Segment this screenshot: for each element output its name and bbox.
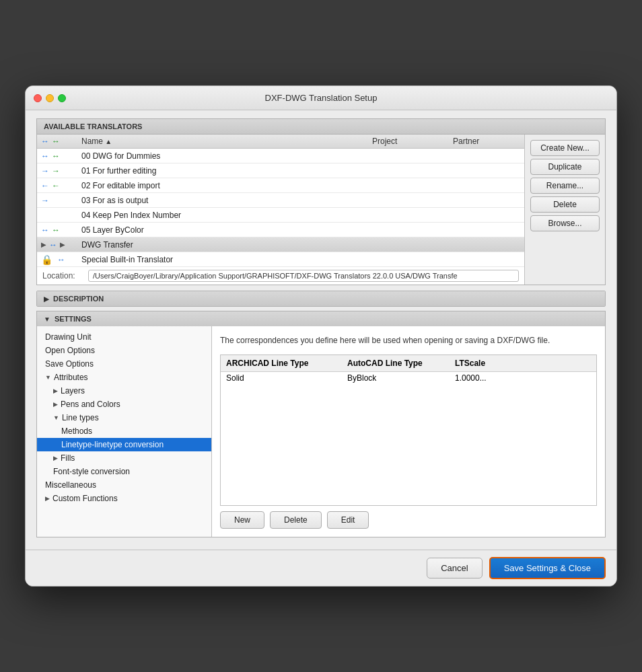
left-arrow-icon: ↔ — [41, 151, 49, 161]
create-new-button[interactable]: Create New... — [530, 140, 600, 156]
tree-item-miscellaneous[interactable]: Miscellaneous — [37, 478, 211, 492]
translators-list-area: ↔ ↔ Name ▲ Project Partner ↔ — [37, 135, 524, 285]
expand-icon[interactable]: ▶ — [41, 241, 46, 248]
translators-layout: ↔ ↔ Name ▲ Project Partner ↔ — [37, 135, 605, 285]
table-row[interactable]: 04 Keep Pen Index Number — [37, 208, 524, 223]
row-arrows: 🔒 ↔ — [41, 254, 81, 265]
table-row[interactable]: ↔ ↔ 00 DWG for Dummies — [37, 149, 524, 163]
translator-name: 01 For further editing — [81, 166, 520, 176]
footer: Cancel Save Settings & Close — [26, 550, 616, 586]
tree-label: Custom Functions — [52, 494, 118, 503]
tree-item-line-types[interactable]: ▼ Line types — [37, 411, 211, 424]
translator-name: DWG Transfer — [81, 240, 520, 250]
partner-column-header: Partner — [453, 137, 520, 146]
left-arrow-icon: → — [41, 196, 49, 205]
sort-indicator: ▲ — [105, 138, 112, 145]
left-arrow-icon: ← — [41, 181, 49, 190]
traffic-lights — [34, 94, 66, 102]
left-arrow-icon: ↔ — [57, 255, 65, 264]
tree-label: Miscellaneous — [45, 480, 96, 490]
tree-item-custom-functions[interactable]: ▶ Custom Functions — [37, 492, 211, 505]
main-content: AVAILABLE TRANSLATORS ↔ ↔ Name ▲ Project — [26, 110, 616, 550]
rename-button[interactable]: Rename... — [530, 178, 600, 194]
archicad-linetype-cell: Solid — [221, 372, 342, 384]
window-title: DXF-DWG Translation Setup — [265, 93, 378, 103]
header-arrow-right: ↔ — [52, 137, 60, 146]
tree-label: Drawing Unit — [45, 332, 92, 342]
description-title: DESCRIPTION — [53, 295, 104, 303]
duplicate-button[interactable]: Duplicate — [530, 159, 600, 175]
tree-item-pens-and-colors[interactable]: ▶ Pens and Colors — [37, 398, 211, 411]
col2-header: AutoCAD Line Type — [342, 357, 450, 369]
right-arrow-icon: ↔ — [52, 225, 60, 235]
settings-tree: Drawing Unit Open Options Save Options ▼… — [37, 326, 212, 537]
tree-item-methods[interactable]: Methods — [37, 424, 211, 438]
linetype-table-row[interactable]: Solid ByBlock 1.0000... — [221, 372, 596, 384]
tree-item-layers[interactable]: ▶ Layers — [37, 384, 211, 398]
new-button[interactable]: New — [220, 511, 264, 529]
delete-button[interactable]: Delete — [530, 196, 600, 213]
cancel-button[interactable]: Cancel — [427, 558, 482, 578]
table-row[interactable]: ← ← 02 For editable import — [37, 178, 524, 193]
right-arrow-icon: → — [52, 166, 60, 176]
expand-right-icon[interactable]: ▶ — [60, 241, 65, 248]
chevron-down-icon: ▼ — [44, 315, 50, 323]
arrows-header: ↔ ↔ — [41, 137, 81, 146]
settings-body: Drawing Unit Open Options Save Options ▼… — [37, 326, 605, 537]
row-arrows: → — [41, 196, 81, 205]
description-section: ▶ DESCRIPTION — [36, 291, 606, 307]
settings-header[interactable]: ▼ SETTINGS — [37, 311, 605, 326]
tree-expand-icon: ▶ — [53, 387, 58, 394]
translators-action-buttons: Create New... Duplicate Rename... Delete… — [524, 135, 605, 285]
save-settings-button[interactable]: Save Settings & Close — [489, 557, 606, 579]
project-column-header: Project — [372, 137, 453, 146]
close-button[interactable] — [34, 94, 42, 102]
table-row[interactable]: ↔ ↔ 05 Layer ByColor — [37, 223, 524, 237]
location-label: Location: — [42, 271, 83, 281]
tree-expand-icon: ▼ — [45, 374, 51, 381]
translators-header: AVAILABLE TRANSLATORS — [37, 119, 605, 135]
tree-item-fills[interactable]: ▶ Fills — [37, 451, 211, 465]
location-value: /Users/CraigBoyer/Library/Application Su… — [88, 270, 519, 282]
table-row[interactable]: → 03 For as is output — [37, 193, 524, 208]
row-arrows: ↔ ↔ — [41, 225, 81, 235]
right-arrow-icon: ← — [52, 181, 60, 190]
tree-label: Layers — [61, 386, 85, 396]
right-arrow-icon: ↔ — [52, 151, 60, 161]
main-window: DXF-DWG Translation Setup AVAILABLE TRAN… — [25, 85, 617, 587]
name-column-header: Name ▲ — [81, 137, 372, 146]
linetype-table-area: ARCHICAD Line Type AutoCAD Line Type LTS… — [220, 354, 597, 506]
location-row: Location: /Users/CraigBoyer/Library/Appl… — [37, 267, 524, 285]
browse-button[interactable]: Browse... — [530, 215, 600, 231]
edit-button[interactable]: Edit — [327, 511, 369, 529]
translator-name: 03 For as is output — [81, 196, 520, 205]
tree-item-save-options[interactable]: Save Options — [37, 357, 211, 371]
tree-item-attributes[interactable]: ▼ Attributes — [37, 371, 211, 384]
tree-expand-icon: ▶ — [45, 495, 50, 502]
linetype-table-header: ARCHICAD Line Type AutoCAD Line Type LTS… — [221, 355, 596, 372]
table-row[interactable]: ▶ ↔ ▶ DWG Transfer — [37, 237, 524, 252]
col3-header: LTScale — [450, 357, 503, 369]
tree-expand-icon: ▼ — [53, 414, 59, 421]
tree-item-font-style[interactable]: Font-style conversion — [37, 465, 211, 478]
tree-label: Save Options — [45, 359, 94, 369]
tree-label: Line types — [62, 413, 99, 422]
translator-name: 05 Layer ByColor — [81, 225, 520, 235]
translators-column-headers: ↔ ↔ Name ▲ Project Partner — [37, 135, 524, 149]
minimize-button[interactable] — [46, 94, 54, 102]
table-row[interactable]: → → 01 For further editing — [37, 163, 524, 178]
translator-name: 02 For editable import — [81, 181, 520, 190]
description-header[interactable]: ▶ DESCRIPTION — [37, 291, 605, 306]
tree-item-drawing-unit[interactable]: Drawing Unit — [37, 330, 211, 344]
table-row[interactable]: 🔒 ↔ Special Built-in Translator — [37, 252, 524, 267]
available-translators-section: AVAILABLE TRANSLATORS ↔ ↔ Name ▲ Project — [36, 118, 606, 285]
tree-item-linetype-conversion[interactable]: Linetype-linetype conversion — [37, 438, 211, 451]
row-arrows: ↔ ↔ — [41, 151, 81, 161]
tree-item-open-options[interactable]: Open Options — [37, 344, 211, 357]
action-buttons-row: New Delete Edit — [220, 511, 597, 529]
maximize-button[interactable] — [58, 94, 66, 102]
delete-entry-button[interactable]: Delete — [270, 511, 322, 529]
translator-name: 00 DWG for Dummies — [81, 151, 520, 161]
left-arrow-icon: ↔ — [41, 225, 49, 235]
tree-label: Methods — [61, 426, 92, 436]
